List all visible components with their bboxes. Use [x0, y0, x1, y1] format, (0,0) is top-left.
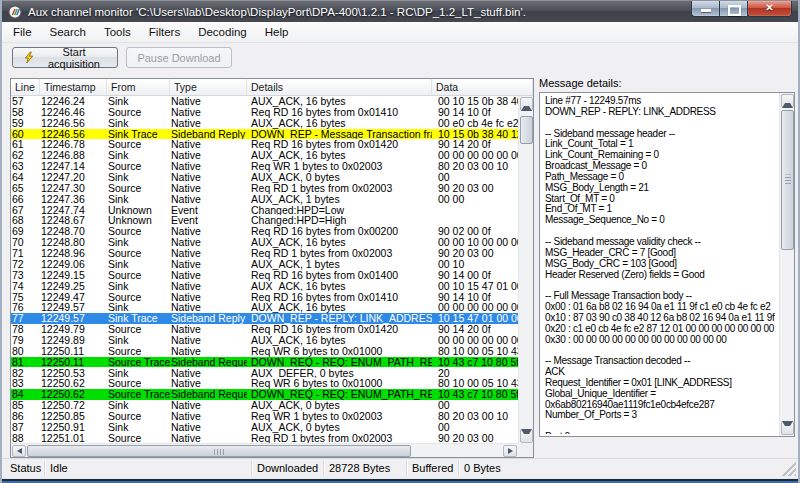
- details-scroll-thumb[interactable]: [781, 110, 794, 250]
- thumb-grip-icon: [214, 449, 225, 455]
- cell-timestamp: 12248.67: [40, 215, 107, 226]
- vertical-scroll-thumb[interactable]: [520, 116, 533, 144]
- cell-line: 82: [11, 368, 40, 379]
- scroll-left-button[interactable]: [12, 445, 26, 457]
- table-row[interactable]: 66 12247.36 Sink Native AUX_ACK, 1 bytes…: [11, 194, 518, 205]
- cell-details: Req RD 1 bytes from 0x02003: [247, 183, 432, 194]
- table-row[interactable]: 77 12249.57 Sink Trace Sideband Reply DO…: [11, 313, 518, 324]
- cell-data: 90 14 20 0f: [432, 139, 518, 150]
- maximize-button[interactable]: [720, 1, 747, 17]
- cell-details: AUX_ACK, 16 bytes: [247, 150, 432, 161]
- cell-from: Unknown: [107, 215, 170, 226]
- table-row[interactable]: 61 12246.78 Source Native Req RD 16 byte…: [11, 139, 518, 150]
- horizontal-scroll-thumb[interactable]: [27, 445, 411, 457]
- cell-from: Sink Trace: [107, 313, 170, 324]
- cell-data: 20: [432, 368, 518, 379]
- table-vertical-scrollbar[interactable]: [518, 96, 533, 444]
- cell-data: 00 10 15 47 01 00 00: [432, 281, 518, 292]
- column-header-timestamp[interactable]: Timestamp: [40, 79, 107, 95]
- cell-from: Source: [107, 248, 170, 259]
- table-row[interactable]: 81 12250.11 Source Trace Sideband Reques…: [11, 357, 518, 368]
- table-row[interactable]: 59 12246.56 Sink Native AUX_ACK, 16 byte…: [11, 118, 518, 129]
- cell-details: Req RD 16 bytes from 0x01410: [247, 107, 432, 118]
- triangle-down-icon: [782, 421, 793, 435]
- message-details-box: Line #77 - 12249.57ms DOWN_REP - REPLY: …: [539, 92, 795, 437]
- window-controls: [691, 1, 792, 17]
- statusbar-separator: [406, 461, 407, 476]
- table-row[interactable]: 75 12249.47 Source Native Req RD 16 byte…: [11, 291, 518, 302]
- table-row[interactable]: 63 12247.14 Source Native Req WR 1 bytes…: [11, 161, 518, 172]
- cell-from: Sink: [107, 172, 170, 183]
- menu-file[interactable]: File: [4, 22, 41, 42]
- cell-timestamp: 12250.91: [40, 422, 107, 433]
- table-row[interactable]: 60 12246.56 Sink Trace Sideband Reply DO…: [11, 129, 518, 140]
- column-header-type[interactable]: Type: [170, 79, 247, 95]
- table-row[interactable]: 80 12250.11 Source Native Req WR 6 bytes…: [11, 346, 518, 357]
- table-row[interactable]: 58 12246.46 Source Native Req RD 16 byte…: [11, 107, 518, 118]
- menu-search[interactable]: Search: [41, 22, 95, 42]
- table-row[interactable]: 72 12249.06 Sink Native AUX_ACK, 1 bytes…: [11, 259, 518, 270]
- start-acquisition-button[interactable]: Start acquisition: [12, 47, 118, 68]
- cell-timestamp: 12250.53: [40, 368, 107, 379]
- table-row[interactable]: 86 12250.85 Source Native Req WR 1 bytes…: [11, 411, 518, 422]
- table-row[interactable]: 73 12249.15 Source Native Req RD 16 byte…: [11, 270, 518, 281]
- menu-tools[interactable]: Tools: [95, 22, 140, 42]
- column-header-from[interactable]: From: [107, 79, 170, 95]
- table-row[interactable]: 88 12251.01 Source Native Req RD 1 bytes…: [11, 433, 518, 444]
- cell-data: 90 20 03 00: [432, 433, 518, 444]
- table-row[interactable]: 64 12247.20 Sink Native AUX_ACK, 0 bytes…: [11, 172, 518, 183]
- cell-details: AUX_ACK, 16 bytes: [247, 237, 432, 248]
- table-row[interactable]: 79 12249.89 Sink Native AUX_ACK, 16 byte…: [11, 335, 518, 346]
- cell-type: Native: [170, 226, 247, 237]
- table-row[interactable]: 68 12248.67 Unknown Event Changed:HPD=Hi…: [11, 215, 518, 226]
- table-horizontal-scrollbar[interactable]: [11, 443, 518, 457]
- cell-from: Source: [107, 183, 170, 194]
- minimize-button[interactable]: [691, 1, 720, 17]
- scroll-up-button[interactable]: [520, 97, 533, 111]
- cell-from: Source: [107, 107, 170, 118]
- details-scroll-up-button[interactable]: [781, 94, 794, 108]
- message-details-text: Line #77 - 12249.57ms DOWN_REP - REPLY: …: [545, 96, 776, 434]
- cell-line: 57: [11, 96, 40, 107]
- buffered-label: Buffered: [412, 462, 453, 474]
- table-row[interactable]: 67 12247.74 Unknown Event Changed:HPD=Lo…: [11, 205, 518, 216]
- menu-help[interactable]: Help: [256, 22, 298, 42]
- table-row[interactable]: 76 12249.57 Sink Native AUX_ACK, 16 byte…: [11, 302, 518, 313]
- table-row[interactable]: 84 12250.62 Source Trace Sideband Reques…: [11, 389, 518, 400]
- table-row[interactable]: 82 12250.53 Sink Native AUX_DEFER, 0 byt…: [11, 367, 518, 378]
- column-header-line[interactable]: Line: [11, 79, 40, 95]
- table-row[interactable]: 87 12250.91 Sink Native AUX_ACK, 0 bytes…: [11, 422, 518, 433]
- cell-line: 60: [11, 129, 40, 140]
- table-row[interactable]: 69 12248.70 Source Native Req RD 16 byte…: [11, 226, 518, 237]
- menu-decoding[interactable]: Decoding: [189, 22, 256, 42]
- cell-from: Sink: [107, 96, 170, 107]
- cell-timestamp: 12248.80: [40, 237, 107, 248]
- triangle-up-icon: [782, 94, 793, 108]
- cell-details: Req WR 6 bytes to 0x01000: [247, 378, 432, 389]
- table-row[interactable]: 74 12249.25 Sink Native AUX_ACK, 16 byte…: [11, 281, 518, 292]
- details-vertical-scrollbar[interactable]: [779, 93, 794, 436]
- table-row[interactable]: 70 12248.80 Sink Native AUX_ACK, 16 byte…: [11, 237, 518, 248]
- title-bar[interactable]: Aux channel monitor 'C:\Users\lab\Deskto…: [2, 0, 798, 22]
- resize-grip[interactable]: [782, 462, 796, 476]
- close-button[interactable]: [747, 1, 792, 17]
- scroll-right-button[interactable]: [503, 445, 517, 457]
- table-row[interactable]: 83 12250.62 Source Native Req WR 6 bytes…: [11, 378, 518, 389]
- table-row[interactable]: 78 12249.79 Source Native Req RD 16 byte…: [11, 324, 518, 335]
- cell-timestamp: 12246.88: [40, 150, 107, 161]
- details-scroll-down-button[interactable]: [781, 421, 794, 435]
- cell-type: Native: [170, 302, 247, 313]
- scroll-down-button[interactable]: [520, 429, 533, 443]
- table-row[interactable]: 57 12246.24 Sink Native AUX_ACK, 16 byte…: [11, 96, 518, 107]
- column-header-details[interactable]: Details: [247, 79, 432, 95]
- cell-data: 10 15 47 01 00 00 00: [432, 313, 518, 324]
- table-row[interactable]: 65 12247.30 Source Native Req RD 1 bytes…: [11, 183, 518, 194]
- table-row[interactable]: 62 12246.88 Sink Native AUX_ACK, 16 byte…: [11, 150, 518, 161]
- table-row[interactable]: 71 12248.96 Source Native Req RD 1 bytes…: [11, 248, 518, 259]
- pause-download-button[interactable]: Pause Download: [126, 47, 232, 68]
- table-row[interactable]: 85 12250.72 Sink Native AUX_ACK, 0 bytes…: [11, 400, 518, 411]
- menu-filters[interactable]: Filters: [140, 22, 189, 42]
- cell-data: 80 20 03 00 10: [432, 411, 518, 422]
- column-header-data[interactable]: Data: [432, 79, 533, 95]
- cell-timestamp: 12248.96: [40, 248, 107, 259]
